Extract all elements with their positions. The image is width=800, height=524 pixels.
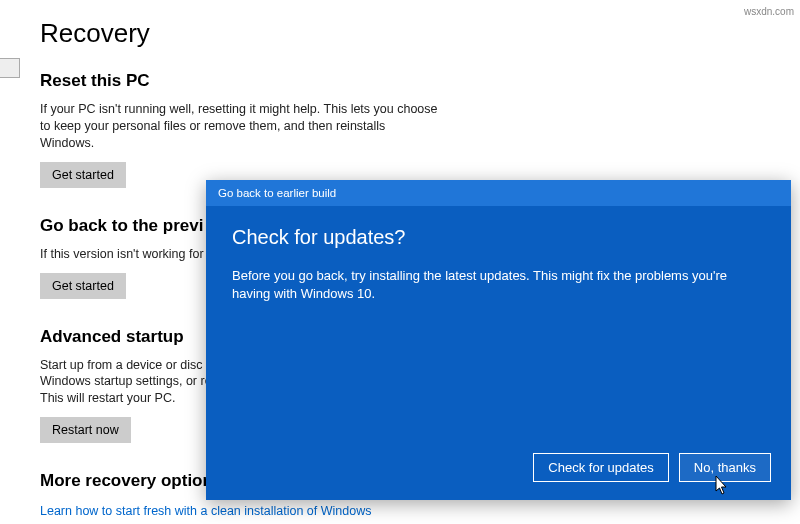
go-back-dialog: Go back to earlier build Check for updat…	[206, 180, 791, 500]
recovery-settings-page: Recovery Reset this PC If your PC isn't …	[0, 0, 800, 524]
reset-title: Reset this PC	[40, 71, 800, 91]
no-thanks-button[interactable]: No, thanks	[679, 453, 771, 482]
watermark-text: wsxdn.com	[744, 6, 794, 17]
dialog-text: Before you go back, try installing the l…	[232, 267, 752, 303]
section-reset-this-pc: Reset this PC If your PC isn't running w…	[40, 71, 800, 188]
page-title: Recovery	[40, 18, 800, 49]
go-back-get-started-button[interactable]: Get started	[40, 273, 126, 299]
clean-install-link[interactable]: Learn how to start fresh with a clean in…	[40, 504, 371, 518]
dialog-titlebar: Go back to earlier build	[206, 180, 791, 206]
dialog-button-row: Check for updates No, thanks	[533, 453, 771, 482]
dialog-heading: Check for updates?	[232, 226, 765, 249]
reset-body: If your PC isn't running well, resetting…	[40, 101, 440, 152]
dialog-body: Check for updates? Before you go back, t…	[206, 206, 791, 303]
left-edge-badge	[0, 58, 20, 78]
check-for-updates-button[interactable]: Check for updates	[533, 453, 669, 482]
reset-get-started-button[interactable]: Get started	[40, 162, 126, 188]
restart-now-button[interactable]: Restart now	[40, 417, 131, 443]
